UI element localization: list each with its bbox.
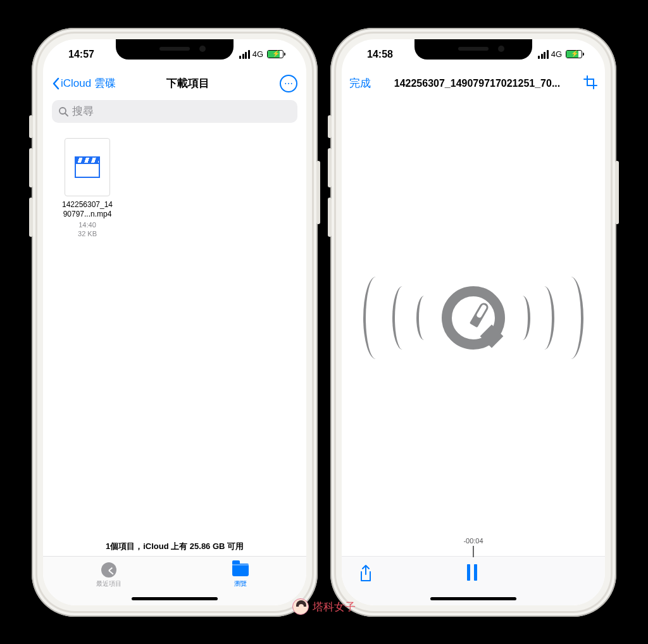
clock-icon [101,562,116,578]
volume-down [328,198,332,237]
battery-icon: ⚡ [267,50,284,58]
ellipsis-icon: ⋯ [284,79,294,89]
screen-left: 14:57 4G ⚡ iCloud 雲碟 下載項目 ⋯ 搜 [43,39,306,605]
search-input[interactable]: 搜尋 [52,100,297,123]
avatar-icon [292,598,309,615]
power-button [316,161,320,224]
more-options-button[interactable]: ⋯ [280,75,297,92]
silent-switch [29,115,33,138]
player-canvas[interactable] [342,98,605,538]
share-icon [358,564,373,583]
power-button [615,161,619,224]
crop-button[interactable] [583,75,597,92]
share-button[interactable] [358,564,373,586]
file-name: 142256307_1490797...n.mp4 [56,200,119,219]
status-time: 14:57 [68,49,94,60]
home-indicator[interactable] [430,597,516,600]
battery-icon: ⚡ [566,50,582,58]
volume-down [29,198,33,237]
svg-line-1 [65,113,68,116]
file-thumbnail [65,138,110,196]
tab-label: 最近項目 [96,579,122,588]
time-remaining: -00:04 [463,537,483,545]
search-icon [58,106,68,117]
navigation-bar: iCloud 雲碟 下載項目 ⋯ [43,70,306,98]
screen-right: 14:58 4G ⚡ 完成 142256307_149079717021251_… [342,39,605,605]
tab-label: 瀏覽 [234,579,247,588]
scrubber[interactable]: -00:04 [342,538,605,556]
home-indicator[interactable] [132,597,218,600]
player-navigation-bar: 完成 142256307_149079717021251_70... [342,70,605,98]
crop-icon [583,75,597,89]
network-label: 4G [252,49,263,59]
network-label: 4G [551,49,562,59]
pause-icon [467,564,470,581]
volume-up [328,148,332,187]
volume-up [29,148,33,187]
notch [116,39,234,60]
chevron-left-icon [52,77,59,90]
phone-frame-right: 14:58 4G ⚡ 完成 142256307_149079717021251_… [330,28,616,617]
pause-button[interactable] [467,564,477,581]
signal-icon [538,50,549,59]
status-time: 14:58 [367,49,393,60]
file-metadata: 14:4032 KB [56,220,119,239]
silent-switch [328,115,332,138]
watermark: 塔科女子 [292,598,356,615]
watermark-label: 塔科女子 [313,600,356,614]
video-file-icon [75,156,100,178]
storage-footer: 1個項目，iCloud 上有 25.86 GB 可用 [43,536,306,556]
file-title: 142256307_149079717021251_70... [376,78,578,89]
notch [414,39,532,60]
file-item[interactable]: 142256307_1490797...n.mp4 14:4032 KB [56,138,119,239]
signal-icon [239,50,250,59]
done-button[interactable]: 完成 [349,76,371,91]
search-placeholder: 搜尋 [72,104,94,118]
file-grid[interactable]: 142256307_1490797...n.mp4 14:4032 KB [43,130,306,536]
page-title: 下載項目 [97,76,280,91]
quicktime-audio-icon [363,277,583,359]
phone-frame-left: 14:57 4G ⚡ iCloud 雲碟 下載項目 ⋯ 搜 [32,28,318,617]
folder-icon [232,564,249,576]
playhead-icon[interactable] [473,546,474,557]
